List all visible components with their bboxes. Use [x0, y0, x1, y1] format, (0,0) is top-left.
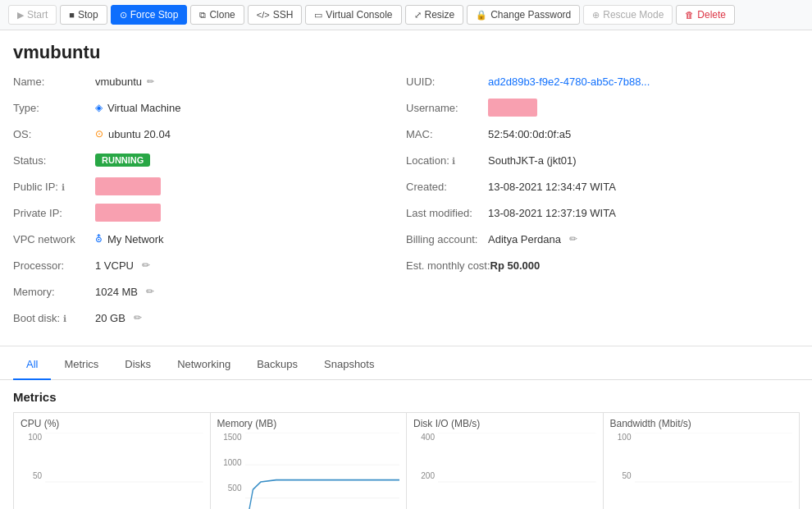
public-ip-info-icon[interactable]: ℹ: [62, 182, 65, 192]
tab-all[interactable]: All: [13, 350, 51, 380]
bandwidth-svg: [635, 433, 793, 509]
metrics-title: Metrics: [13, 390, 799, 404]
private-ip-redacted: [95, 204, 161, 222]
stop-button[interactable]: ■ Stop: [60, 5, 107, 25]
memory-edit-icon[interactable]: ✏: [146, 286, 154, 297]
uuid-link[interactable]: ad2d89b3-f9e2-4780-ab5c-7b88...: [488, 76, 650, 88]
start-button[interactable]: ▶ Start: [8, 5, 57, 25]
location-row: Location: ℹ SouthJKT-a (jkt01): [406, 150, 799, 170]
boot-disk-row: Boot disk: ℹ 20 GB ✏: [13, 308, 406, 328]
cpu-svg: [45, 433, 203, 509]
console-icon: ▭: [314, 10, 322, 21]
os-icon: ⊙: [95, 128, 103, 140]
cost-row: Est. monthly cost: Rp 50.000: [406, 255, 799, 275]
metrics-section: Metrics CPU (%) 100 50 0 Memory (: [0, 380, 812, 509]
info-section: Name: vmubuntu ✏ Type: ◈ Virtual Machine…: [0, 71, 812, 342]
username-redacted: [488, 99, 537, 117]
trash-icon: 🗑: [685, 10, 694, 20]
disk-chart-label: Disk I/O (MB/s): [413, 418, 596, 429]
page-title: vmubuntu: [0, 30, 812, 71]
bandwidth-chart: Bandwidth (Mbit/s) 100 50 0: [603, 412, 801, 509]
private-ip-row: Private IP:: [13, 203, 406, 222]
last-modified-row: Last modified: 13-08-2021 12:37:19 WITA: [406, 203, 799, 222]
created-row: Created: 13-08-2021 12:34:47 WITA: [406, 177, 799, 196]
name-edit-icon[interactable]: ✏: [147, 76, 154, 87]
vpc-row: VPC network ⛢ My Network: [13, 229, 406, 249]
billing-row: Billing account: Aditya Perdana ✏: [406, 229, 799, 249]
memory-chart: Memory (MB) 1500 1000 500 0: [210, 412, 408, 509]
tab-metrics[interactable]: Metrics: [51, 350, 112, 380]
processor-edit-icon[interactable]: ✏: [142, 259, 150, 271]
ssh-icon: </>: [257, 10, 270, 20]
memory-row: Memory: 1024 MB ✏: [13, 282, 406, 301]
rescue-icon: ⊕: [592, 10, 600, 21]
info-right-col: UUID: ad2d89b3-f9e2-4780-ab5c-7b88... Us…: [406, 71, 799, 334]
clone-button[interactable]: ⧉ Clone: [190, 5, 244, 25]
ssh-button[interactable]: </> SSH: [248, 5, 303, 25]
rescue-button[interactable]: ⊕ Rescue Mode: [583, 5, 673, 25]
os-row: OS: ⊙ ubuntu 20.04: [13, 124, 406, 144]
console-button[interactable]: ▭ Virtual Console: [305, 5, 401, 25]
public-ip-row: Public IP: ℹ: [13, 177, 406, 196]
network-icon: ⛢: [95, 233, 103, 245]
boot-disk-info-icon[interactable]: ℹ: [63, 314, 66, 323]
force-stop-button[interactable]: ⊙ Force Stop: [111, 5, 188, 25]
status-badge: RUNNING: [95, 154, 150, 167]
disk-chart: Disk I/O (MB/s) 400 200 0: [406, 412, 604, 509]
info-left-col: Name: vmubuntu ✏ Type: ◈ Virtual Machine…: [13, 71, 406, 334]
disk-svg: [438, 433, 596, 509]
start-icon: ▶: [17, 10, 24, 21]
billing-edit-icon[interactable]: ✏: [569, 233, 577, 245]
stop-icon: ■: [69, 10, 75, 20]
public-ip-redacted: [95, 177, 161, 195]
type-row: Type: ◈ Virtual Machine: [13, 98, 406, 117]
force-stop-icon: ⊙: [120, 10, 127, 21]
resize-button[interactable]: ⤢ Resize: [405, 5, 464, 25]
vm-icon: ◈: [95, 102, 103, 113]
status-row: Status: RUNNING: [13, 150, 406, 170]
tab-disks[interactable]: Disks: [112, 350, 164, 380]
tabs-bar: All Metrics Disks Networking Backups Sna…: [0, 350, 812, 380]
tab-backups[interactable]: Backups: [244, 350, 311, 380]
tab-networking[interactable]: Networking: [164, 350, 244, 380]
clone-icon: ⧉: [199, 10, 206, 21]
change-password-button[interactable]: 🔒 Change Password: [467, 5, 580, 25]
name-row: Name: vmubuntu ✏: [13, 71, 406, 91]
boot-disk-edit-icon[interactable]: ✏: [134, 312, 142, 323]
charts-row: CPU (%) 100 50 0 Memory (MB): [13, 412, 799, 509]
delete-button[interactable]: 🗑 Delete: [676, 5, 735, 25]
cpu-chart: CPU (%) 100 50 0: [13, 412, 211, 509]
uuid-row: UUID: ad2d89b3-f9e2-4780-ab5c-7b88...: [406, 71, 799, 91]
processor-row: Processor: 1 VCPU ✏: [13, 255, 406, 275]
cpu-chart-label: CPU (%): [21, 418, 203, 429]
lock-icon: 🔒: [476, 10, 487, 21]
resize-icon: ⤢: [414, 10, 422, 21]
memory-svg: [245, 433, 400, 509]
bandwidth-chart-label: Bandwidth (Mbit/s): [610, 418, 793, 429]
location-info-icon[interactable]: ℹ: [452, 156, 455, 166]
toolbar: ▶ Start ■ Stop ⊙ Force Stop ⧉ Clone </> …: [0, 0, 812, 30]
memory-chart-label: Memory (MB): [217, 418, 400, 429]
username-row: Username:: [406, 98, 799, 117]
tab-snapshots[interactable]: Snapshots: [311, 350, 387, 380]
mac-row: MAC: 52:54:00:0d:0f:a5: [406, 124, 799, 144]
